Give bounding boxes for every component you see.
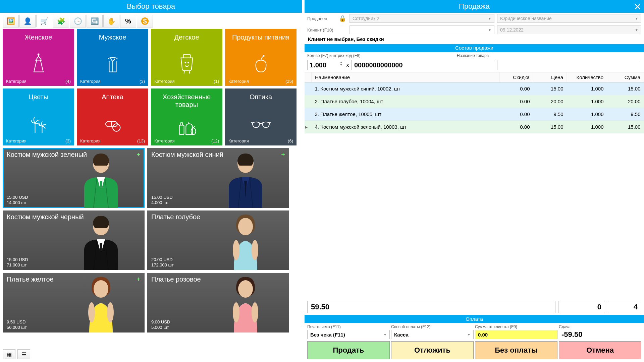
col-price: Цена xyxy=(533,72,567,82)
cancel-button[interactable]: Отмена xyxy=(559,341,641,359)
cell-discount: 0.00 xyxy=(500,121,533,133)
cell-name: 3. Платье желтое, 10005, шт xyxy=(312,108,500,121)
cell-name: 2. Платье голубое, 10004, шт xyxy=(312,95,500,108)
product-image xyxy=(215,213,276,270)
product-tile[interactable]: Платье розовое 9.00 USD 5.000 шт xyxy=(147,273,289,333)
client-label: Клиент (F10) xyxy=(307,27,335,33)
spinner-icon[interactable]: ▲▼ xyxy=(340,61,342,66)
change-label: Сдача xyxy=(559,324,641,329)
left-title-bar: Выбор товара xyxy=(0,0,302,13)
total-sum: 59.50 xyxy=(307,301,555,313)
product-stock: 14.000 шт xyxy=(7,200,27,205)
category-label: Категория xyxy=(6,138,26,143)
tool-hand-icon[interactable]: ✋ xyxy=(103,15,119,27)
category-label: Категория xyxy=(228,79,249,84)
row-arrow-icon xyxy=(305,108,312,121)
category-name: Оптика xyxy=(250,93,272,101)
product-name: Платье желтое xyxy=(7,276,54,283)
product-tile[interactable]: Платье голубое 20.00 USD 172.000 шт xyxy=(147,210,289,270)
close-icon[interactable]: ✕ xyxy=(634,1,641,12)
quantity-input[interactable]: 1.000 ▲▼ xyxy=(307,60,344,70)
cell-price: 15.00 xyxy=(533,82,567,95)
tool-redo-icon[interactable]: ↪️ xyxy=(87,15,103,27)
product-stock: 5.000 шт xyxy=(151,325,169,330)
list-view-icon[interactable]: ☰ xyxy=(17,349,30,359)
category-tile[interactable]: Оптика Категория(6) xyxy=(225,88,297,145)
row-arrow-icon: ▸ xyxy=(305,121,312,133)
category-tile[interactable]: Цветы Категория(3) xyxy=(3,88,74,145)
category-tile[interactable]: Хозяйственные товары Категория(12) xyxy=(151,88,222,145)
product-tile[interactable]: Костюм мужской зеленый + 15.00 USD 14.00… xyxy=(3,148,145,208)
seller-combo[interactable]: Сотрудник 2▼ xyxy=(350,14,494,23)
col-sum: Сумма xyxy=(607,72,644,82)
table-row[interactable]: 3. Платье желтое, 10005, шт 0.00 9.50 1.… xyxy=(305,108,644,121)
tool-percent-icon[interactable]: % xyxy=(120,15,136,27)
product-tile[interactable]: Платье желтое + 9.50 USD 56.000 шт xyxy=(3,273,145,333)
category-tile[interactable]: Женское Категория(4) xyxy=(3,29,74,86)
tool-clock-icon[interactable]: 🕒 xyxy=(70,15,86,27)
tool-puzzle-icon[interactable]: 🧩 xyxy=(53,15,69,27)
plus-icon: + xyxy=(281,151,285,159)
category-tile[interactable]: Продукты питания Категория(25) xyxy=(225,29,297,86)
product-name: Костюм мужской синий xyxy=(151,151,223,159)
tool-image-icon[interactable]: 🖼️ xyxy=(3,15,19,27)
plus-icon: + xyxy=(137,151,141,159)
date-combo[interactable]: 09.12.2022▼ xyxy=(497,25,641,34)
receipt-combo[interactable]: Без чека (F11)▼ xyxy=(307,330,390,339)
table-row[interactable]: ▸ 4. Костюм мужской зеленый, 10003, шт 0… xyxy=(305,121,644,133)
product-stock: 4.000 шт xyxy=(151,200,169,205)
method-combo[interactable]: Касса▼ xyxy=(391,330,474,339)
legal-combo[interactable]: Юридическое название▼ xyxy=(497,14,641,23)
row-arrow-icon xyxy=(305,95,312,108)
seller-label: Продавец xyxy=(307,16,335,21)
table-row[interactable]: 2. Платье голубое, 10004, шт 0.00 20.00 … xyxy=(305,95,644,108)
cell-qty: 1.000 xyxy=(567,121,607,133)
barcode-input[interactable]: 0000000000000 xyxy=(351,60,495,70)
product-tile[interactable]: Костюм мужской синий + 15.00 USD 4.000 ш… xyxy=(147,148,289,208)
total-count: 4 xyxy=(608,301,641,313)
tool-coin-icon[interactable]: $ xyxy=(137,15,153,27)
client-combo[interactable]: ▼ xyxy=(350,25,494,34)
tool-user-icon[interactable]: 👤 xyxy=(19,15,36,27)
cell-qty: 1.000 xyxy=(567,108,607,121)
category-name: Продукты питания xyxy=(232,34,289,41)
total-mid: 0 xyxy=(558,301,605,313)
client-sum-label: Сумма от клиента (F9) xyxy=(475,324,557,329)
col-name: Наименование xyxy=(312,72,500,82)
product-tile[interactable]: Костюм мужской черный 15.00 USD 71.000 ш… xyxy=(3,210,145,270)
method-label: Способ оплаты (F12) xyxy=(391,324,474,329)
cell-name: 4. Костюм мужской зеленый, 10003, шт xyxy=(312,121,500,133)
svg-rect-5 xyxy=(179,125,184,134)
item-name-input[interactable] xyxy=(497,60,641,70)
category-name: Женское xyxy=(25,34,52,41)
defer-button[interactable]: Отложить xyxy=(391,341,474,359)
svg-point-17 xyxy=(233,302,239,322)
category-count: (13) xyxy=(137,138,145,143)
category-tile[interactable]: Аптека Категория(13) xyxy=(77,88,148,145)
client-info: Клиент не выбран, Без скидки xyxy=(305,36,644,44)
cell-name: 1. Костюм мужской синий, 10002, шт xyxy=(312,82,500,95)
client-sum-input[interactable]: 0.00 xyxy=(475,330,557,339)
svg-point-1 xyxy=(187,62,189,63)
nopay-button[interactable]: Без оплаты xyxy=(475,341,557,359)
grid-view-icon[interactable]: ▦ xyxy=(3,349,15,359)
svg-point-15 xyxy=(107,302,114,322)
category-count: (6) xyxy=(288,138,293,143)
cell-discount: 0.00 xyxy=(500,108,533,121)
col-discount: Скидка xyxy=(500,72,533,82)
category-tile[interactable]: Детское Категория(1) xyxy=(151,29,222,86)
product-price: 15.00 USD xyxy=(151,195,173,200)
product-price: 15.00 USD xyxy=(7,195,28,200)
table-row[interactable]: 1. Костюм мужской синий, 10002, шт 0.00 … xyxy=(305,82,644,95)
right-title-bar: Продажа ✕ xyxy=(305,0,644,13)
svg-point-13 xyxy=(94,280,108,298)
category-count: (3) xyxy=(65,138,71,143)
category-tile[interactable]: Мужское Категория(3) xyxy=(77,29,148,86)
sell-button[interactable]: Продать xyxy=(307,341,390,359)
cell-price: 15.00 xyxy=(533,121,567,133)
tool-cart-icon[interactable]: 🛒 xyxy=(36,15,52,27)
qty-barcode-label: Кол-во (F7) и штрих-код (F8) xyxy=(307,53,455,58)
category-name: Аптека xyxy=(102,93,123,101)
cell-price: 20.00 xyxy=(533,95,567,108)
svg-point-16 xyxy=(238,280,253,298)
